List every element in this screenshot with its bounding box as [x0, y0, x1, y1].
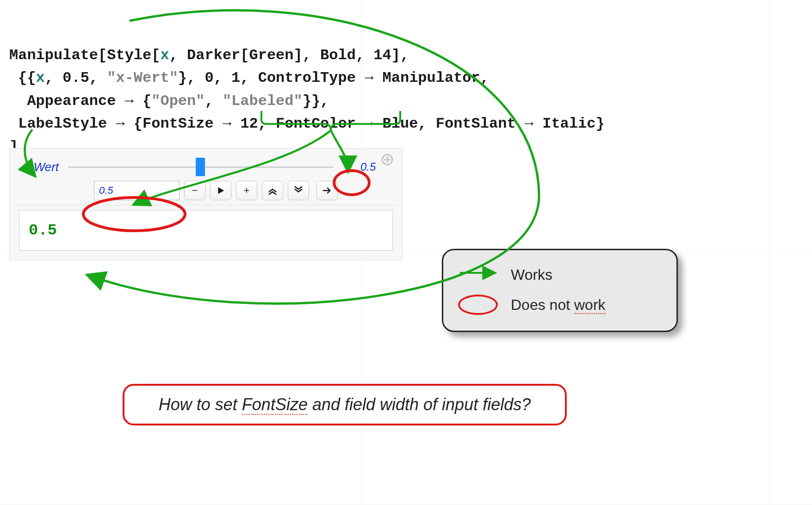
code-line-4: LabelStyle → {FontSize → 12, FontColor →… — [9, 115, 605, 132]
code-block: Manipulate[Style[x, Darker[Green], Bold,… — [9, 21, 605, 159]
legend-box: Works Does not work — [442, 249, 678, 332]
manipulate-panel: x-Wert ▭ 0.5 − + 0.5 — [9, 148, 403, 260]
legend-arrow-icon — [458, 266, 498, 283]
code-line-2: {{x, 0.5, "x-Wert"}, 0, 1, ControlType →… — [9, 69, 489, 86]
play-button[interactable] — [210, 181, 231, 200]
legend-ellipse-icon — [458, 295, 498, 315]
code-line-1: Manipulate[Style[x, Darker[Green], Bold,… — [9, 47, 409, 64]
slower-button[interactable] — [288, 181, 309, 200]
output-value: 0.5 — [29, 222, 57, 239]
step-forward-button[interactable]: + — [236, 181, 257, 200]
legend-works-label: Works — [511, 266, 552, 283]
slider[interactable] — [68, 160, 334, 173]
legend-not-works-label: Does not work — [511, 296, 606, 314]
panel-options-button[interactable] — [381, 153, 394, 166]
question-callout: How to set FontSize and field width of i… — [123, 384, 567, 425]
slider-collapse-icon[interactable]: ▭ — [343, 165, 354, 169]
code-line-3: Appearance → {"Open", "Labeled"}}, — [9, 92, 329, 110]
direction-button[interactable] — [316, 181, 338, 200]
faster-button[interactable] — [262, 181, 283, 200]
output-cell: 0.5 — [19, 210, 393, 251]
slider-thumb[interactable] — [196, 158, 205, 176]
step-back-button[interactable]: − — [184, 181, 205, 200]
value-input[interactable] — [94, 181, 180, 200]
slider-label: x-Wert — [24, 160, 59, 174]
